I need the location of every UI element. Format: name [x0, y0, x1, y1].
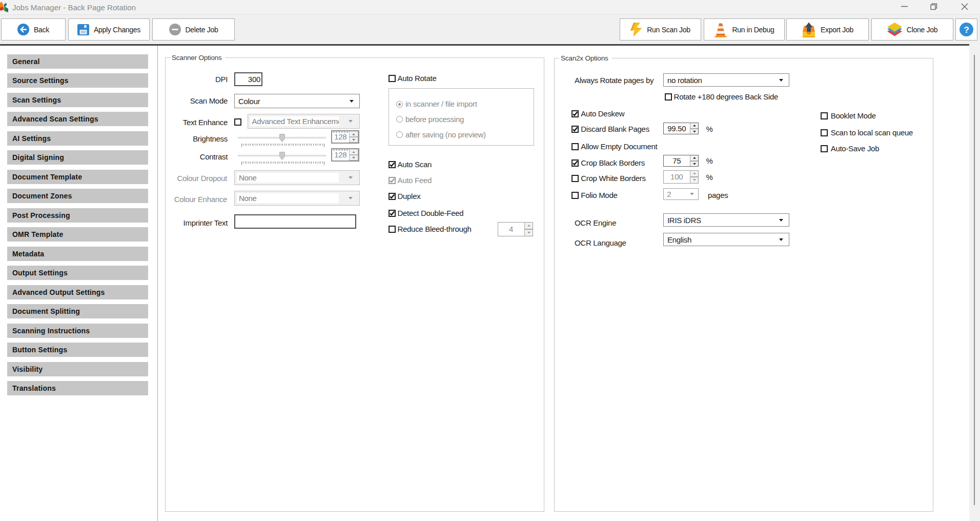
- svg-text:?: ?: [964, 25, 969, 35]
